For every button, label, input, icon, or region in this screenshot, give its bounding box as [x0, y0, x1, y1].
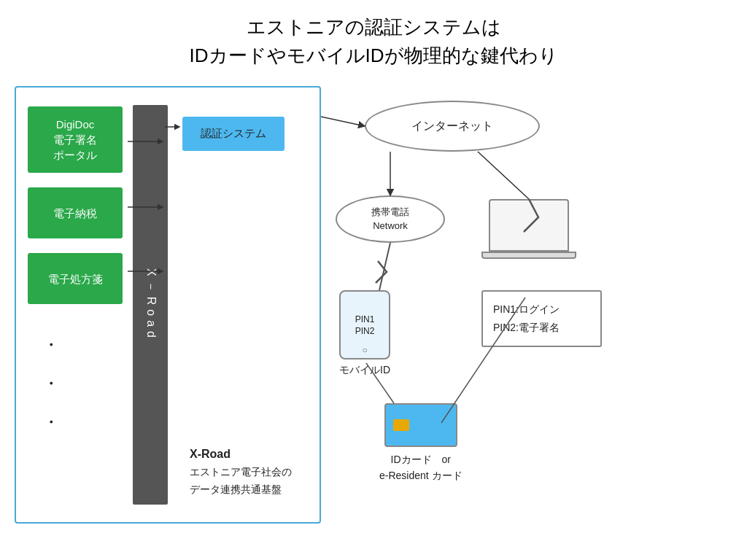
mobile-id-label: モバイルID [339, 364, 390, 377]
laptop-icon [481, 199, 576, 265]
left-box: DigiDoc電子署名ポータル 電子納税 電子処方箋 ・・・ X－Road 認証… [15, 86, 321, 524]
center-col: 認証システム X-Road エストニア電子社会のデータ連携共通基盤 [168, 99, 314, 510]
service-digidoc: DigiDoc電子署名ポータル [28, 106, 123, 173]
service-tax: 電子納税 [28, 187, 123, 238]
services-col: DigiDoc電子署名ポータル 電子納税 電子処方箋 ・・・ [16, 99, 133, 510]
id-card-label: IDカード ore-Resident カード [379, 451, 462, 484]
mobile-id-area: PIN1 PIN2 モバイルID [339, 290, 390, 377]
laptop-screen [489, 199, 569, 252]
right-section: インターネット 携帯電話Network PIN1:ログイン PIN2:電子署名 [321, 86, 732, 524]
pin-box: PIN1:ログイン PIN2:電子署名 [481, 290, 602, 347]
pin1-label: PIN1:ログイン [493, 300, 590, 319]
xroad-label-area: X-Road エストニア電子社会のデータ連携共通基盤 [175, 437, 292, 510]
id-card-area: IDカード ore-Resident カード [379, 403, 462, 484]
pin1-phone: PIN1 [355, 314, 375, 324]
laptop-area [481, 199, 576, 265]
xroad-bold-label: X-Road [190, 444, 292, 464]
svg-line-7 [379, 243, 390, 290]
network-label: 携帯電話Network [371, 206, 409, 232]
page: エストニアの認証システムは IDカードやモバイルIDが物理的な鍵代わり Digi… [0, 0, 747, 560]
svg-line-4 [321, 117, 365, 126]
service-prescription: 電子処方箋 [28, 253, 123, 304]
pin2-phone: PIN2 [355, 326, 375, 336]
title-area: エストニアの認証システムは IDカードやモバイルIDが物理的な鍵代わり [15, 7, 732, 70]
diagram: DigiDoc電子署名ポータル 電子納税 電子処方箋 ・・・ X－Road 認証… [15, 79, 732, 545]
id-card-chip [393, 419, 409, 431]
network-ellipse: 携帯電話Network [336, 195, 445, 243]
internet-ellipse: インターネット [365, 101, 540, 152]
svg-line-6 [478, 152, 529, 199]
auth-box: 認証システム [182, 117, 285, 151]
title-line2: IDカードやモバイルIDが物理的な鍵代わり [15, 42, 732, 70]
laptop-base [481, 252, 576, 259]
title-line1: エストニアの認証システムは [15, 13, 732, 42]
phone-icon: PIN1 PIN2 [339, 290, 390, 359]
id-card [384, 403, 457, 447]
pin2-label: PIN2:電子署名 [493, 319, 590, 337]
xroad-bar: X－Road [133, 105, 168, 505]
xroad-desc: エストニア電子社会のデータ連携共通基盤 [190, 464, 292, 499]
dots: ・・・ [42, 326, 125, 441]
